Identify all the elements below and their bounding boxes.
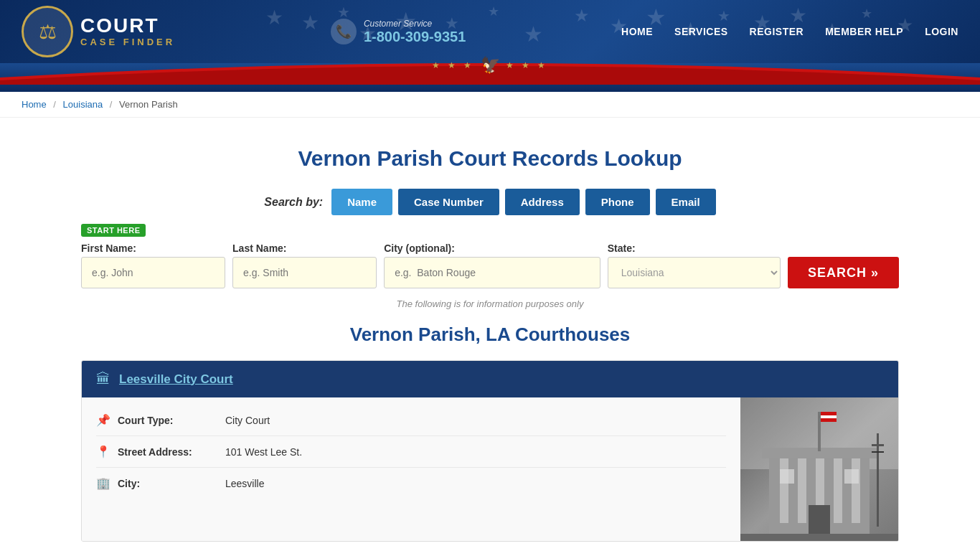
- cs-phone: 1-800-309-9351: [364, 29, 466, 45]
- svg-rect-21: [872, 444, 884, 446]
- nav-login[interactable]: LOGIN: [925, 26, 958, 37]
- last-name-input[interactable]: [232, 257, 377, 288]
- street-value: 101 West Lee St.: [225, 446, 302, 458]
- header-top-bar: ⚖ COURT CASE FINDER 📞 Customer Service 1…: [0, 0, 980, 63]
- breadcrumb-louisiana[interactable]: Louisiana: [63, 99, 103, 110]
- nav-services[interactable]: SERVICES: [674, 26, 728, 37]
- svg-rect-7: [798, 458, 806, 523]
- svg-rect-12: [780, 469, 794, 484]
- svg-rect-16: [821, 412, 837, 415]
- svg-rect-18: [821, 418, 837, 422]
- svg-rect-6: [780, 458, 788, 523]
- first-name-group: First Name:: [81, 242, 225, 288]
- tab-case-number[interactable]: Case Number: [398, 189, 499, 215]
- search-button[interactable]: SEARCH »: [788, 257, 899, 288]
- search-by-label: Search by:: [264, 196, 323, 209]
- courthouse-card: 🏛 Leesville City Court 📌 Court Type: Cit…: [81, 360, 899, 542]
- street-icon: 📍: [96, 445, 110, 458]
- cs-label: Customer Service: [364, 19, 466, 29]
- search-form-row: First Name: Last Name: City (optional): …: [81, 242, 899, 288]
- phone-icon: 📞: [331, 19, 357, 44]
- courthouse-body: 📌 Court Type: City Court 📍 Street Addres…: [82, 397, 898, 541]
- svg-rect-22: [872, 451, 884, 453]
- court-type-value: City Court: [225, 415, 270, 426]
- logo-case-finder-text: CASE FINDER: [80, 37, 175, 47]
- tab-address[interactable]: Address: [505, 189, 580, 215]
- courthouse-details: 📌 Court Type: City Court 📍 Street Addres…: [82, 397, 740, 541]
- first-name-label: First Name:: [81, 242, 225, 254]
- first-name-input[interactable]: [81, 257, 225, 288]
- courthouse-header: 🏛 Leesville City Court: [82, 361, 898, 397]
- courthouse-content: 📌 Court Type: City Court 📍 Street Addres…: [82, 397, 898, 541]
- state-select[interactable]: Louisiana: [608, 257, 781, 288]
- breadcrumb-sep-1: /: [53, 99, 58, 110]
- city-group: City (optional):: [384, 242, 600, 288]
- logo-court-text: COURT: [80, 15, 175, 37]
- last-name-label: Last Name:: [232, 242, 377, 254]
- site-header: ★ ★ ★ ★ ★ ★ ★ ★ ★ ★ ★ ★ ★ ★ ★ ★ ★ ★ ⚖ CO…: [0, 0, 980, 92]
- svg-rect-19: [740, 534, 898, 541]
- svg-rect-14: [818, 412, 821, 451]
- city-input[interactable]: [384, 257, 600, 288]
- city-icon: 🏢: [96, 476, 110, 490]
- page-title: Vernon Parish Court Records Lookup: [81, 146, 899, 171]
- svg-rect-17: [821, 415, 837, 418]
- courthouse-icon: 🏛: [96, 371, 110, 387]
- cs-details: Customer Service 1-800-309-9351: [364, 19, 466, 45]
- court-type-icon: 📌: [96, 413, 110, 427]
- info-note: The following is for information purpose…: [81, 298, 899, 309]
- svg-rect-13: [844, 469, 859, 484]
- svg-rect-10: [852, 458, 860, 523]
- city-value: Leesville: [225, 478, 264, 489]
- tab-phone[interactable]: Phone: [585, 189, 650, 215]
- courthouse-image: [740, 397, 898, 541]
- courthouses-title: Vernon Parish, LA Courthouses: [81, 324, 899, 346]
- main-nav: HOME SERVICES REGISTER MEMBER HELP LOGIN: [621, 26, 958, 37]
- start-here-badge: START HERE: [81, 224, 146, 237]
- last-name-group: Last Name:: [232, 242, 377, 288]
- header-swoosh: ★ ★ ★ 🦅 ★ ★ ★: [0, 63, 980, 92]
- state-label: State:: [608, 242, 781, 254]
- breadcrumb-home[interactable]: Home: [22, 99, 47, 110]
- street-label: Street Address:: [118, 446, 218, 458]
- tab-name[interactable]: Name: [331, 189, 392, 215]
- nav-register[interactable]: REGISTER: [750, 26, 804, 37]
- state-group: State: Louisiana: [608, 242, 781, 288]
- main-content: Vernon Parish Court Records Lookup Searc…: [60, 118, 920, 551]
- customer-service: 📞 Customer Service 1-800-309-9351: [331, 19, 466, 45]
- svg-rect-20: [877, 433, 879, 527]
- logo-text-block: COURT CASE FINDER: [80, 15, 175, 47]
- search-form-wrapper: START HERE First Name: Last Name: City (…: [81, 224, 899, 288]
- courthouse-name-link[interactable]: Leesville City Court: [119, 372, 233, 387]
- nav-member-help[interactable]: MEMBER HELP: [825, 26, 903, 37]
- detail-row-court-type: 📌 Court Type: City Court: [96, 405, 726, 436]
- svg-rect-11: [809, 505, 830, 534]
- logo-emblem: ⚖: [22, 6, 73, 57]
- city-label: City (optional):: [384, 242, 600, 254]
- building-image-svg: [740, 397, 898, 541]
- site-logo: ⚖ COURT CASE FINDER: [22, 6, 175, 57]
- city-label-detail: City:: [118, 478, 218, 489]
- svg-rect-9: [834, 458, 842, 523]
- breadcrumb: Home / Louisiana / Vernon Parish: [0, 92, 980, 118]
- breadcrumb-sep-2: /: [110, 99, 115, 110]
- breadcrumb-current: Vernon Parish: [119, 99, 178, 110]
- search-section: Search by: Name Case Number Address Phon…: [81, 189, 899, 309]
- nav-home[interactable]: HOME: [621, 26, 653, 37]
- search-by-row: Search by: Name Case Number Address Phon…: [81, 189, 899, 215]
- detail-row-street: 📍 Street Address: 101 West Lee St.: [96, 436, 726, 468]
- tab-email[interactable]: Email: [656, 189, 716, 215]
- detail-row-city: 🏢 City: Leesville: [96, 468, 726, 499]
- court-type-label: Court Type:: [118, 415, 218, 426]
